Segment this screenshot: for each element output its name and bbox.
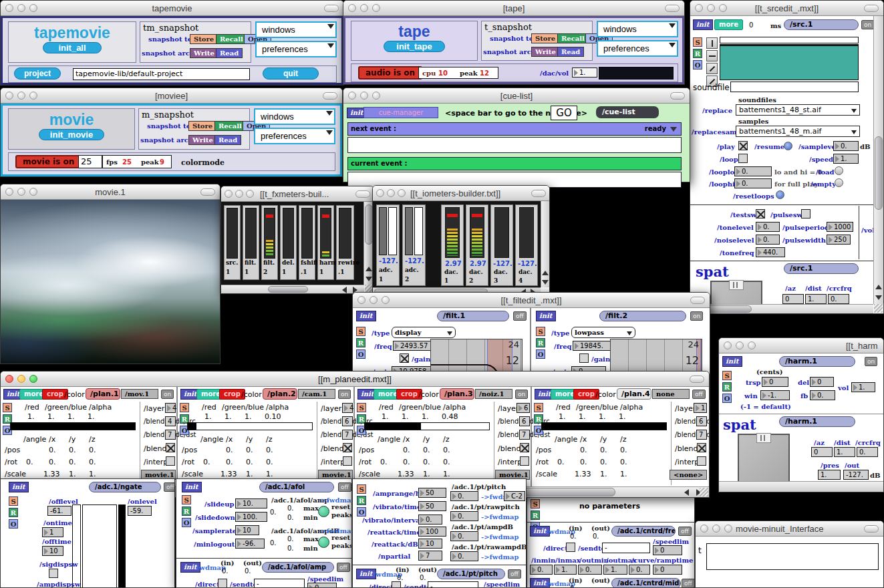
zoom-button[interactable]	[29, 4, 37, 12]
off-button[interactable]: off	[337, 563, 350, 572]
project-button[interactable]: project	[14, 67, 61, 80]
blendmode-dst-value[interactable]: 7	[342, 430, 353, 440]
recall-button[interactable]: Recall	[216, 34, 247, 44]
dac-vol-numbox[interactable]: 1.	[572, 67, 597, 78]
zoom-button[interactable]	[398, 189, 406, 197]
sendto-field[interactable]: -	[254, 579, 305, 587]
zoom-button[interactable]	[246, 190, 254, 198]
alpha-slider[interactable]	[541, 422, 667, 430]
pos-y[interactable]: 0.	[69, 446, 76, 454]
snapshot-s-button[interactable]: S	[180, 403, 189, 412]
more-button[interactable]: more	[714, 19, 743, 30]
blendmode-dst-value[interactable]: 7	[696, 430, 707, 440]
cntrd-freq-pill[interactable]: /adc.1/cntrd/freq	[611, 526, 676, 537]
resetloops-radio[interactable]	[776, 190, 784, 199]
off-button[interactable]: off	[692, 390, 706, 399]
minimize-button[interactable]	[235, 190, 243, 198]
minuit-titlebar[interactable]: movie-minuit_Interface	[696, 521, 883, 537]
hand-tool-icon[interactable]	[706, 63, 718, 74]
scroll-up-icon[interactable]	[365, 267, 372, 271]
minimize-button[interactable]	[387, 189, 395, 197]
open-o-button[interactable]: O	[357, 507, 366, 517]
rot-x[interactable]: 0.	[403, 458, 410, 466]
recall-r-button[interactable]: R	[182, 506, 191, 516]
green-value[interactable]: 1.	[402, 412, 409, 421]
snapshot-s-button[interactable]: S	[357, 484, 366, 494]
rot-angle[interactable]: 0.	[557, 458, 565, 466]
minimize-button[interactable]	[17, 4, 25, 12]
az-value[interactable]: 0	[782, 294, 804, 304]
spat-name-pill[interactable]: /harm.1	[779, 416, 855, 427]
blendmode-dst-value[interactable]: 7	[519, 430, 530, 440]
recall-button[interactable]: Recall	[557, 33, 589, 43]
cntrd-midinote-pill[interactable]: /adc.1/cntrd/midinote	[611, 578, 681, 587]
pulsesw-checkbox[interactable]	[801, 209, 811, 218]
blendmode-dst-value[interactable]: 7	[165, 430, 176, 440]
collapse-button[interactable]	[690, 297, 705, 304]
onlevel-value[interactable]: -59.	[128, 506, 152, 516]
rot-angle[interactable]: 0.	[203, 458, 210, 466]
recall-r-button[interactable]: R	[536, 338, 545, 347]
resume-radio[interactable]	[784, 142, 792, 150]
interp-checkbox[interactable]	[166, 456, 175, 466]
on-button[interactable]: on	[515, 390, 528, 399]
store-button[interactable]: Store	[188, 121, 216, 131]
close-button[interactable]	[5, 188, 13, 196]
close-button[interactable]	[724, 341, 732, 349]
green-value[interactable]: 1.	[579, 412, 586, 421]
preferences-menu[interactable]: preferences	[597, 40, 678, 57]
pos-x[interactable]: 0.	[580, 446, 587, 454]
red-value[interactable]: 1.	[27, 412, 35, 421]
fwdmap-link[interactable]: ->fwdmap	[481, 553, 519, 561]
plan2-name-pill[interactable]: /plan.2	[263, 388, 297, 400]
collapse-button[interactable]	[864, 5, 879, 12]
scroll-up-icon[interactable]	[542, 271, 549, 275]
soundfile-field[interactable]	[730, 82, 859, 92]
scale-y[interactable]: 1.	[246, 470, 253, 478]
filt1-freq-numbox[interactable]: 2493.57	[393, 341, 434, 351]
snapshot-s-button[interactable]: S	[534, 403, 543, 412]
init-button[interactable]: init	[536, 311, 556, 321]
resize-handle[interactable]	[700, 488, 708, 496]
srcedit-titlebar[interactable]: [[t_srcedit_.mxt]]	[690, 1, 883, 16]
movie-status-button[interactable]: movie is on	[15, 155, 82, 168]
pulsewidth-numbox[interactable]: 250	[827, 235, 851, 245]
pos-x[interactable]: 0.	[49, 446, 56, 454]
open-o-button[interactable]: O	[693, 60, 702, 69]
pos-x[interactable]: 0.	[226, 446, 233, 454]
init-button[interactable]: init	[693, 19, 713, 30]
minimize-button[interactable]	[360, 92, 368, 100]
green-value[interactable]: 1.	[47, 412, 55, 421]
zoom-button[interactable]	[29, 92, 37, 100]
testsw-checkbox[interactable]	[756, 209, 765, 218]
horizontal-scrollbar[interactable]	[221, 285, 364, 293]
pt-ampdb-value[interactable]: 0.	[450, 531, 478, 541]
recall-r-button[interactable]: R	[356, 338, 365, 347]
vertical-scrollbar[interactable]	[873, 16, 883, 304]
dist-value[interactable]: 1.	[834, 447, 855, 457]
tonefreq-numbox[interactable]: 440.	[756, 247, 785, 257]
rot-angle[interactable]: 0.	[26, 458, 33, 466]
minimize-button[interactable]	[736, 341, 744, 349]
red-value[interactable]: 1.	[204, 412, 212, 421]
write-button[interactable]: Write	[531, 47, 560, 57]
pulseperiod-numbox[interactable]: 1000	[827, 222, 853, 232]
alpha-slider[interactable]	[10, 422, 136, 430]
plan1-target-box[interactable]: /mov.1	[121, 389, 158, 399]
cue-manager-button[interactable]: cue-manager	[363, 107, 438, 118]
src-name-pill[interactable]: /src.1	[784, 19, 859, 30]
filt2-name-pill[interactable]: /filt.2	[599, 311, 686, 321]
collapse-button[interactable]	[670, 92, 685, 100]
rot-z[interactable]: 0.	[620, 458, 627, 466]
go-button[interactable]: GO	[551, 106, 577, 120]
project-path-field[interactable]: tapemovie-lib/default-project	[73, 68, 250, 80]
pos-x[interactable]: 0.	[403, 446, 410, 454]
fxmeters-titlebar[interactable]: [[t_fxmeters-buil...	[221, 186, 374, 202]
movie1-titlebar[interactable]: movie.1	[1, 184, 220, 200]
pres-value[interactable]: 1.	[818, 470, 841, 480]
snapshot-s-button[interactable]: S	[693, 37, 702, 47]
snapshot-s-button[interactable]: S	[182, 495, 191, 504]
fps-numbox[interactable]: 25	[78, 155, 102, 168]
quit-button[interactable]: quit	[263, 67, 319, 80]
pos-z[interactable]: 0.	[443, 446, 450, 454]
